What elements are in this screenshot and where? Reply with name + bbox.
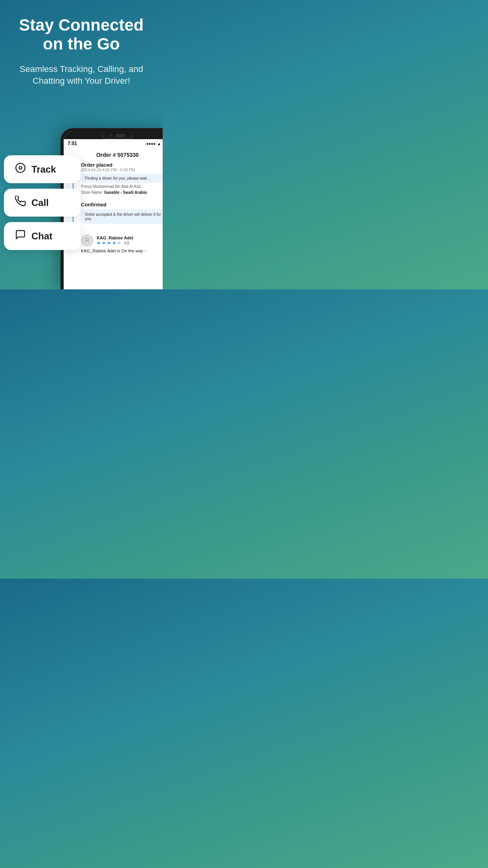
timeline-item-2: ✓ Confirmed Order accepted & the driver …	[68, 202, 163, 227]
chat-icon	[15, 229, 26, 243]
address-text: Prince Muhammad Ibn Abd Al Aziz,	[81, 184, 163, 189]
status-label-1: Order placed	[81, 162, 163, 168]
timeline-item-1: ✓ Order placed 2024-04-29 4:00 PM - 6:00…	[68, 162, 163, 198]
star-4: ★	[112, 240, 116, 246]
star-3: ★	[107, 240, 111, 246]
driver-status-text: KAG_Rabiee Adel is On the way	[81, 248, 143, 253]
hero-subtitle: Seamless Tracking, Calling, and Chatting…	[12, 63, 151, 88]
page-container: Stay Connected on the Go Seamless Tracki…	[0, 0, 163, 95]
hero-title: Stay Connected on the Go	[12, 16, 151, 54]
action-buttons: Track Call Chat	[4, 155, 81, 250]
driver-info: KAG_Rabiee Adel ★ ★ ★ ★ ★ 4.8	[97, 235, 133, 246]
chat-button[interactable]: Chat	[4, 222, 81, 250]
call-button[interactable]: Call	[4, 189, 81, 217]
chevron-right-icon: ›	[145, 249, 146, 253]
status-bubble-1: Finding a driver for you, please wait ..	[81, 174, 163, 183]
track-icon	[15, 162, 26, 176]
track-button[interactable]: Track	[4, 155, 81, 183]
track-label: Track	[31, 164, 56, 175]
driver-status-row: KAG_Rabiee Adel is On the way ›	[81, 248, 163, 253]
status-label-2: Confirmed	[81, 202, 163, 208]
star-2: ★	[102, 240, 106, 246]
store-text: Store Name: Gasable - Saudi Arabia	[81, 190, 163, 195]
svg-point-0	[16, 163, 25, 172]
phone-time: 7:51	[68, 141, 77, 146]
driver-stars: ★ ★ ★ ★ ★ 4.8	[97, 240, 133, 246]
chat-label: Chat	[31, 231, 52, 242]
star-5: ★	[117, 240, 121, 246]
confirmed-bubble: Order accepted & the driver will deliver…	[81, 209, 163, 224]
driver-name: KAG_Rabiee Adel	[97, 235, 133, 240]
driver-rating: 4.8	[124, 241, 129, 245]
driver-timeline-item: KAG_Rabiee Adel ★ ★ ★ ★ ★ 4.8	[68, 231, 163, 256]
svg-point-2	[86, 238, 88, 241]
order-number: Order # 5075330	[68, 152, 163, 158]
driver-row: KAG_Rabiee Adel ★ ★ ★ ★ ★ 4.8	[81, 234, 163, 247]
svg-point-1	[19, 167, 22, 169]
call-label: Call	[31, 197, 49, 208]
status-date-1: 2024-04-29 4:00 PM - 6:00 PM	[81, 168, 163, 172]
call-icon	[15, 196, 26, 210]
bottom-section: Track Call Chat	[0, 120, 163, 289]
star-1: ★	[97, 240, 101, 246]
hero-section: Stay Connected on the Go Seamless Tracki…	[0, 0, 163, 95]
driver-avatar	[81, 234, 94, 247]
